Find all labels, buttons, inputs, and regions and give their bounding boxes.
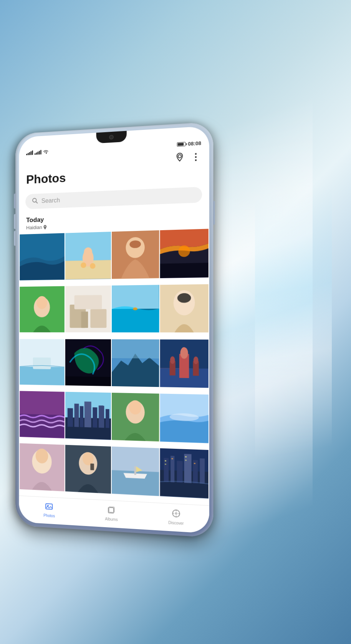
status-left [26,149,49,155]
photo-item[interactable] [160,448,209,499]
svg-rect-71 [134,466,136,475]
light-beam-1 [197,0,313,644]
svg-rect-73 [160,470,209,499]
svg-rect-65 [65,445,111,494]
svg-rect-35 [112,339,159,387]
phone-device: 08:08 ⋮ Photos [12,128,211,531]
location-label: Haidian [26,224,42,231]
photo-item[interactable] [65,232,111,279]
albums-nav-label: Albums [105,517,118,522]
photos-nav-label: Photos [43,513,55,518]
more-menu-icon[interactable]: ⋮ [191,152,201,162]
time-display: 08:08 [188,140,201,147]
svg-rect-32 [33,357,51,369]
svg-rect-41 [169,361,175,375]
discover-nav-label: Discover [168,520,184,526]
svg-rect-75 [171,456,174,482]
svg-rect-72 [160,448,209,472]
svg-rect-24 [112,285,159,309]
discover-nav-icon [171,508,181,520]
svg-rect-33 [65,339,111,386]
photo-item[interactable] [112,446,159,496]
svg-rect-48 [65,417,111,440]
photo-item[interactable] [65,285,111,332]
svg-rect-59 [160,394,209,443]
photo-item[interactable] [160,394,209,443]
location-icon[interactable] [175,152,185,164]
svg-rect-46 [20,414,64,438]
svg-point-11 [126,237,145,258]
svg-point-44 [193,356,198,364]
svg-point-7 [84,247,92,257]
svg-rect-61 [20,443,64,491]
svg-rect-47 [65,392,111,419]
svg-point-66 [79,452,97,475]
battery-icon [177,142,185,146]
svg-point-15 [178,245,190,257]
search-placeholder: Search [41,197,60,205]
svg-rect-86 [46,504,53,510]
photo-item[interactable] [20,443,64,491]
svg-rect-22 [74,295,102,309]
svg-point-58 [129,400,141,415]
svg-point-18 [36,296,47,309]
svg-point-62 [32,449,51,474]
svg-point-17 [34,297,50,317]
svg-rect-53 [93,407,97,428]
svg-rect-76 [177,461,182,483]
photo-grid [19,226,209,505]
svg-rect-27 [160,284,209,332]
svg-rect-31 [20,366,64,385]
svg-rect-51 [79,406,83,427]
svg-point-67 [82,452,93,465]
camera-dot [109,135,114,140]
photo-item[interactable] [112,285,159,332]
svg-rect-4 [65,232,111,261]
photo-item[interactable] [112,230,159,279]
svg-rect-83 [185,456,187,458]
photo-item[interactable] [160,284,209,332]
svg-rect-25 [112,309,159,332]
svg-point-12 [129,240,141,248]
photo-item[interactable] [112,393,159,442]
photo-item[interactable] [65,339,111,386]
svg-rect-68 [90,463,94,470]
photo-item[interactable] [160,339,209,388]
photo-item[interactable] [20,391,64,438]
photo-item[interactable] [20,286,64,332]
svg-rect-74 [164,458,169,482]
signal-icon-1 [26,150,33,155]
photos-nav-icon [45,502,54,513]
svg-rect-55 [105,409,109,428]
svg-rect-14 [160,263,209,278]
svg-rect-54 [98,406,104,428]
svg-rect-52 [84,402,91,427]
svg-point-9 [90,263,95,269]
photo-item[interactable] [20,233,64,281]
svg-line-2 [36,202,38,203]
nav-discover[interactable]: Discover [143,505,209,529]
svg-rect-19 [65,285,111,332]
screen-content: 08:08 ⋮ Photos [19,126,209,534]
svg-rect-84 [185,460,187,461]
svg-point-6 [82,249,93,266]
svg-rect-13 [160,229,209,278]
svg-rect-10 [112,230,159,279]
svg-rect-20 [70,304,86,328]
svg-rect-79 [200,458,205,484]
search-icon [32,198,38,205]
photo-item[interactable] [20,339,64,385]
light-beam-2 [255,0,332,644]
photo-item[interactable] [65,445,111,494]
svg-point-60 [169,413,199,422]
svg-rect-21 [90,309,106,328]
photo-item[interactable] [112,339,159,387]
nav-photos[interactable]: Photos [19,499,80,521]
photo-item[interactable] [65,392,111,440]
svg-point-42 [170,356,175,364]
svg-point-0 [178,154,181,158]
nav-albums[interactable]: Albums [80,502,143,525]
svg-rect-77 [184,454,191,483]
svg-rect-16 [20,286,64,332]
photo-item[interactable] [160,229,209,278]
